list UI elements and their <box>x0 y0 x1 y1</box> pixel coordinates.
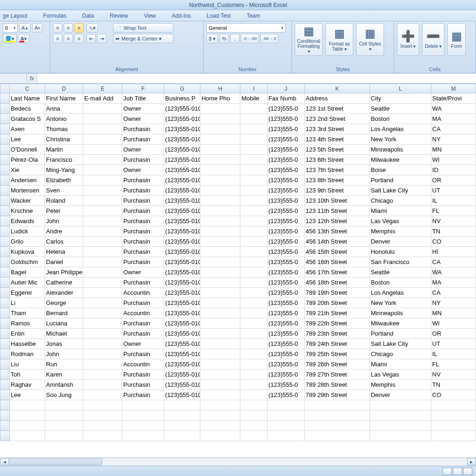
row-header[interactable] <box>0 104 10 114</box>
cell[interactable]: (123)555-0 <box>267 257 304 267</box>
row-header[interactable] <box>0 206 10 216</box>
row-header[interactable] <box>0 247 10 257</box>
cell[interactable] <box>370 410 431 421</box>
cell[interactable] <box>240 431 267 441</box>
cell[interactable]: First Name <box>45 93 83 104</box>
cell[interactable]: Los Angelas <box>370 288 431 298</box>
cell[interactable]: 789 22th Street <box>304 318 370 329</box>
format-button[interactable]: ▦ Form <box>447 23 466 56</box>
cell[interactable] <box>83 145 122 155</box>
cell[interactable]: (123)555-0 <box>267 380 304 390</box>
column-header[interactable]: M <box>431 84 476 93</box>
cell[interactable] <box>83 359 122 370</box>
row-header[interactable] <box>0 93 10 104</box>
cell[interactable]: Purchasin <box>122 206 164 216</box>
cell[interactable]: (123)555-0 <box>267 124 304 134</box>
cell[interactable]: (123)555-0100 <box>164 359 200 370</box>
row-header[interactable] <box>0 400 10 410</box>
cell[interactable]: Milwaukee <box>370 155 431 165</box>
row-header[interactable] <box>0 359 10 370</box>
cell[interactable]: UT <box>431 339 476 349</box>
cell[interactable]: Purchasin <box>122 278 164 288</box>
column-header[interactable]: J <box>267 84 304 93</box>
cell[interactable]: (123)555-0100 <box>164 206 200 216</box>
cell[interactable]: (123)555-0 <box>267 349 304 359</box>
row-header[interactable] <box>0 380 10 390</box>
cell[interactable]: (123)555-0100 <box>164 278 200 288</box>
cell[interactable]: (123)555-0100 <box>164 226 200 237</box>
cell[interactable] <box>83 308 122 318</box>
cell[interactable]: (123)555-0100 <box>164 237 200 247</box>
cell[interactable]: Elizabeth <box>45 175 83 185</box>
cell[interactable]: (123)555-0100 <box>164 247 200 257</box>
cell[interactable]: Purchasin <box>122 237 164 247</box>
cell[interactable]: Ramos <box>10 318 45 329</box>
cell[interactable]: Goldschm <box>10 257 45 267</box>
cell[interactable]: 789 28th Street <box>304 380 370 390</box>
cell[interactable] <box>10 421 45 431</box>
cell[interactable]: Antonio <box>45 114 83 124</box>
cell[interactable] <box>431 431 476 441</box>
cell[interactable] <box>83 318 122 329</box>
worksheet-grid[interactable]: CDEFGHIJKLM Last NameFirst NameE-mail Ad… <box>0 84 476 461</box>
cell[interactable]: (123)555-0100 <box>164 216 200 226</box>
cell[interactable]: Mobile <box>240 93 267 104</box>
cell[interactable] <box>240 196 267 206</box>
cell[interactable] <box>83 339 122 349</box>
cell[interactable] <box>240 226 267 237</box>
cell[interactable] <box>83 114 122 124</box>
cell[interactable]: (123)555-0 <box>267 165 304 175</box>
cell[interactable]: Hasselbe <box>10 339 45 349</box>
align-center-button[interactable]: ≡ <box>64 34 73 43</box>
cell[interactable]: Mortensen <box>10 185 45 196</box>
cell[interactable] <box>200 216 240 226</box>
column-header[interactable]: C <box>10 84 45 93</box>
cell[interactable]: Roland <box>45 196 83 206</box>
align-right-button[interactable]: ≡ <box>74 34 84 43</box>
cell[interactable]: (123)555-0 <box>267 267 304 278</box>
cell[interactable]: MA <box>431 114 476 124</box>
cell[interactable]: New York <box>370 298 431 308</box>
row-header[interactable] <box>0 257 10 267</box>
cell[interactable] <box>83 185 122 196</box>
cell[interactable] <box>431 400 476 410</box>
cell[interactable]: Krschne <box>10 206 45 216</box>
cell[interactable]: Purchasin <box>122 185 164 196</box>
cell[interactable]: MN <box>431 145 476 155</box>
row-header[interactable] <box>0 329 10 339</box>
cell[interactable] <box>122 431 164 441</box>
row-header[interactable] <box>0 196 10 206</box>
select-all-corner[interactable] <box>0 84 10 93</box>
scroll-left-arrow[interactable]: ◄ <box>0 458 9 465</box>
column-header[interactable]: I <box>240 84 267 93</box>
cell[interactable]: IL <box>431 196 476 206</box>
cell[interactable] <box>122 400 164 410</box>
cell[interactable]: Francisco <box>45 155 83 165</box>
cell[interactable] <box>240 124 267 134</box>
cell[interactable]: John <box>45 216 83 226</box>
cell[interactable]: Lee <box>10 134 45 145</box>
cell[interactable]: Denver <box>370 237 431 247</box>
cell[interactable]: 789 26th Street <box>304 359 370 370</box>
cell[interactable]: Eggerer <box>10 288 45 298</box>
cell[interactable]: Catherine <box>45 278 83 288</box>
cell[interactable]: Grilo <box>10 237 45 247</box>
row-header[interactable] <box>0 390 10 400</box>
horizontal-scrollbar[interactable]: ◄ ► <box>0 457 476 466</box>
row-header[interactable] <box>0 134 10 145</box>
cell[interactable]: (123)555-0100 <box>164 318 200 329</box>
column-header[interactable]: K <box>304 84 370 93</box>
row-header[interactable] <box>0 278 10 288</box>
cell[interactable]: (123)555-0100 <box>164 145 200 155</box>
cell[interactable] <box>200 155 240 165</box>
cell[interactable]: Christina <box>45 134 83 145</box>
cell[interactable]: 123 2nd Street <box>304 114 370 124</box>
cell[interactable]: Tham <box>10 308 45 318</box>
cell[interactable] <box>240 339 267 349</box>
ribbon-tab[interactable]: Load Test <box>207 13 231 19</box>
align-top-button[interactable]: ≡ <box>53 23 62 33</box>
cell[interactable]: Owner <box>122 339 164 349</box>
cell[interactable] <box>304 421 370 431</box>
cell[interactable]: (123)555-0 <box>267 288 304 298</box>
cell[interactable] <box>83 421 122 431</box>
